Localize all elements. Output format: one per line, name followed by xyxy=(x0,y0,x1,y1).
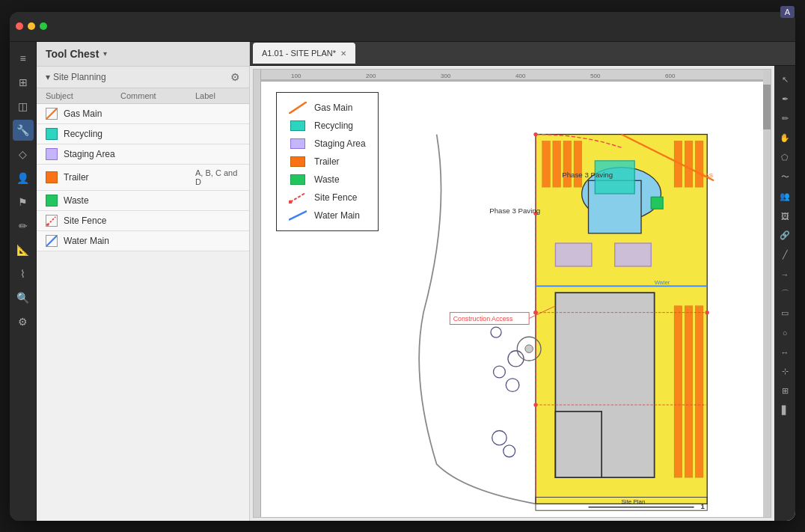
svg-point-42 xyxy=(533,310,537,314)
tool-chest-panel: Tool Chest ▾ ▾ Site Planning ⚙ Subject C… xyxy=(37,42,250,521)
svg-rect-30 xyxy=(674,305,682,477)
list-item[interactable]: Gas Main xyxy=(37,104,249,124)
flag-icon[interactable]: ⚑ xyxy=(13,192,34,213)
svg-text:1: 1 xyxy=(700,502,705,510)
settings-gear-icon[interactable]: ⚙ xyxy=(230,71,240,83)
circle-tool-icon[interactable]: ○ xyxy=(777,325,793,341)
table-icon[interactable]: ⊞ xyxy=(777,383,793,400)
maximize-dot[interactable] xyxy=(40,22,47,30)
trailer-tag: A, B, C and D xyxy=(195,168,240,186)
staging-swatch xyxy=(46,148,58,160)
curve-icon[interactable]: ⌒ xyxy=(777,286,793,302)
svg-text:100: 100 xyxy=(291,73,302,79)
dimension-icon[interactable]: ↔ xyxy=(777,344,793,361)
comment-header: Comment xyxy=(120,91,195,100)
svg-text:Water: Water xyxy=(655,278,670,285)
grid-icon[interactable]: ⊞ xyxy=(13,72,34,93)
pencil-icon[interactable]: ✏ xyxy=(777,111,793,127)
legend-gas-main: Gas Main xyxy=(289,102,366,114)
svg-rect-32 xyxy=(695,305,703,477)
image-icon[interactable]: 🖼 xyxy=(777,208,793,224)
legend-trailer: Trailer xyxy=(289,156,366,168)
legend-waste-icon xyxy=(289,174,307,186)
link-icon[interactable]: 🔗 xyxy=(777,227,793,244)
rect-tool-icon[interactable]: ▭ xyxy=(777,305,793,322)
svg-rect-28 xyxy=(685,141,693,187)
trailer-label: Trailer xyxy=(64,172,89,183)
site-planning-label: ▾ Site Planning xyxy=(46,72,106,82)
svg-point-56 xyxy=(503,444,515,456)
edit-icon[interactable]: ✏ xyxy=(13,215,34,236)
cursor-icon[interactable]: ↖ xyxy=(777,72,793,88)
list-item[interactable]: Water Main xyxy=(37,231,249,251)
pan-icon[interactable]: ✋ xyxy=(777,130,793,147)
svg-rect-17 xyxy=(555,411,602,477)
layers-icon[interactable]: ◫ xyxy=(13,96,34,117)
scroll-thumb[interactable] xyxy=(763,85,771,129)
bar-chart-icon[interactable]: ▋ xyxy=(777,403,793,419)
svg-line-11 xyxy=(289,102,307,114)
drawing-canvas[interactable]: 100200300400500600 Gas Main xyxy=(253,69,771,518)
tool-chest-chevron: ▾ xyxy=(103,49,107,58)
subject-cell: Waste xyxy=(46,195,120,207)
settings-icon[interactable]: ⚙ xyxy=(13,311,34,332)
table-header: Subject Comment Label xyxy=(37,88,249,104)
tools-icon[interactable]: 🔧 xyxy=(13,120,34,141)
legend-staging-icon xyxy=(289,138,307,150)
people-icon[interactable]: 👥 xyxy=(777,189,793,205)
legend-trailer-icon xyxy=(289,156,307,168)
svg-text:500: 500 xyxy=(590,73,601,79)
crop-icon[interactable]: ⊹ xyxy=(777,364,793,380)
svg-point-37 xyxy=(533,132,537,135)
legend-trailer-label: Trailer xyxy=(314,156,340,167)
svg-text:Construction Access: Construction Access xyxy=(453,315,513,322)
trailer-swatch xyxy=(46,171,58,183)
recycling-label: Recycling xyxy=(64,129,102,139)
svg-text:Phase 3 Paving: Phase 3 Paving xyxy=(562,170,613,178)
svg-rect-29 xyxy=(695,141,703,187)
subject-cell: Recycling xyxy=(46,128,120,140)
polygon-icon[interactable]: ⬠ xyxy=(777,150,793,166)
list-item[interactable]: Staging Area xyxy=(37,144,249,165)
svg-text:200: 200 xyxy=(366,73,376,79)
svg-point-2 xyxy=(46,223,49,226)
list-item[interactable]: Site Fence xyxy=(37,211,249,231)
svg-point-58 xyxy=(525,344,533,352)
gas-main-swatch xyxy=(46,108,58,120)
person-icon[interactable]: 👤 xyxy=(13,168,34,189)
list-item[interactable]: Trailer A, B, C and D xyxy=(37,165,249,191)
svg-line-12 xyxy=(290,193,305,202)
svg-rect-31 xyxy=(685,305,693,477)
collapse-arrow[interactable]: ▾ xyxy=(46,72,50,82)
pen-icon[interactable]: ✒ xyxy=(777,91,793,108)
legend-gas-label: Gas Main xyxy=(314,103,352,113)
svg-text:Phase 3 Paving: Phase 3 Paving xyxy=(489,207,540,215)
minimize-dot[interactable] xyxy=(28,22,35,30)
freeform-icon[interactable]: 〜 xyxy=(777,169,793,186)
shapes-icon[interactable]: ◇ xyxy=(13,144,34,165)
legend-waste-label: Waste xyxy=(314,174,340,185)
close-dot[interactable] xyxy=(16,22,23,30)
legend-staging-label: Staging Area xyxy=(314,138,366,149)
legend-sitefence: Site Fence xyxy=(289,192,366,204)
right-toolbar: ↖ ✒ ✏ ✋ ⬠ 〜 👥 🖼 🔗 ╱ → ⌒ ▭ ○ ↔ ⊹ ⊞ xyxy=(774,66,795,521)
list-item[interactable]: Recycling xyxy=(37,124,249,144)
measure-icon[interactable]: 📐 xyxy=(13,239,34,260)
line-icon[interactable]: ╱ xyxy=(777,247,793,263)
svg-point-54 xyxy=(491,327,501,337)
top-bar xyxy=(10,12,795,42)
waste-swatch xyxy=(46,195,58,207)
arrow-icon[interactable]: → xyxy=(777,266,793,283)
site-plan-tab[interactable]: A1.01 - SITE PLAN* ✕ xyxy=(253,43,355,64)
list-item[interactable]: Waste xyxy=(37,191,249,211)
fence-icon[interactable]: ⌇ xyxy=(13,263,34,284)
watermain-swatch xyxy=(46,235,58,247)
legend-fence-icon xyxy=(289,192,307,204)
menu-icon[interactable]: ≡ xyxy=(13,48,34,69)
water-main-label: Water Main xyxy=(64,236,109,246)
scroll-track[interactable] xyxy=(763,70,771,517)
tab-close-icon[interactable]: ✕ xyxy=(340,49,346,58)
svg-text:400: 400 xyxy=(515,73,526,79)
tool-chest-header[interactable]: Tool Chest ▾ xyxy=(37,42,249,67)
search-icon[interactable]: 🔍 xyxy=(13,287,34,308)
